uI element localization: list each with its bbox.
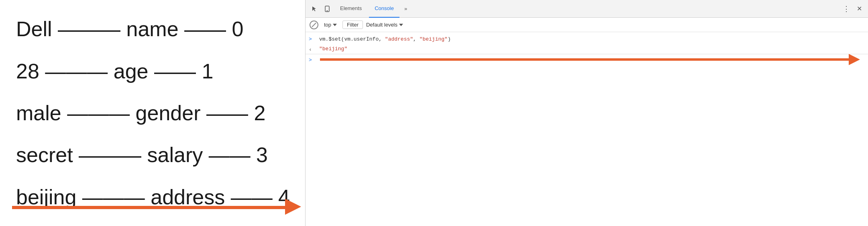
console-line-result: ‹ "beijing" xyxy=(306,45,868,54)
left-panel: Dell ——— name —— 0 28 ——— age —— 1 male … xyxy=(0,0,305,226)
code-address-key: "address" xyxy=(385,36,413,42)
dropdown-arrow-icon xyxy=(333,24,337,26)
svg-rect-1 xyxy=(326,10,328,11)
tab-more[interactable]: » xyxy=(401,0,410,18)
data-line-2: male ——— gender —— 2 xyxy=(16,101,289,125)
devtools-panel: Elements Console » ⋮ ✕ top Filter Defaul… xyxy=(305,0,868,226)
prompt-input: > xyxy=(309,56,315,63)
context-selector[interactable]: top xyxy=(322,21,339,29)
console-result-text: "beijing" xyxy=(319,46,347,52)
tab-elements[interactable]: Elements xyxy=(334,0,367,18)
tab-console[interactable]: Console xyxy=(369,0,399,18)
console-arrow-line xyxy=(320,58,849,61)
inspect-icon[interactable] xyxy=(322,3,333,14)
console-code-vmset: vm.$set(vm.userInfo, "address", "beijing… xyxy=(319,35,451,44)
filter-button[interactable]: Filter xyxy=(342,21,363,29)
prompt-result: ‹ xyxy=(309,46,315,53)
data-line-1: 28 ——— age —— 1 xyxy=(16,59,289,83)
more-options-icon[interactable]: ⋮ xyxy=(841,3,852,14)
data-line-3: secret ——— salary —— 3 xyxy=(16,143,289,167)
arrow-head xyxy=(285,199,301,215)
console-input-line[interactable]: > xyxy=(306,54,868,65)
prompt-vmset: > xyxy=(309,35,315,42)
context-value: top xyxy=(324,22,331,28)
left-arrow xyxy=(12,199,301,215)
devtools-toolbar: Elements Console » ⋮ ✕ xyxy=(306,0,868,18)
no-entry-icon[interactable] xyxy=(310,21,318,29)
default-levels-selector[interactable]: Default levels xyxy=(366,22,403,28)
console-content: > vm.$set(vm.userInfo, "address", "beiji… xyxy=(306,32,868,226)
console-line-vmset: > vm.$set(vm.userInfo, "address", "beiji… xyxy=(306,35,868,45)
close-icon[interactable]: ✕ xyxy=(854,3,865,14)
console-toolbar: top Filter Default levels xyxy=(306,18,868,32)
levels-dropdown-icon xyxy=(399,24,403,26)
console-arrow-head xyxy=(849,54,860,65)
code-address-val: "beijing" xyxy=(420,36,448,42)
console-arrow xyxy=(320,53,860,66)
arrow-line xyxy=(12,206,285,209)
data-line-0: Dell ——— name —— 0 xyxy=(16,17,289,41)
cursor-icon[interactable] xyxy=(309,3,320,14)
